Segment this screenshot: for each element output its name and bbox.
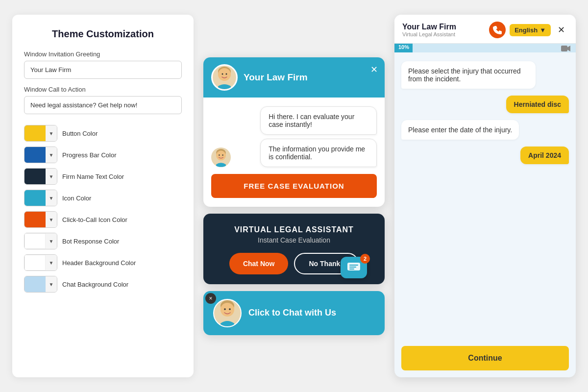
- language-label: English: [514, 26, 538, 34]
- call-color-dropdown[interactable]: ▼: [46, 212, 57, 227]
- color-rows: ▼ Button Color ▼ Progress Bar Color ▼ Fi…: [24, 125, 182, 293]
- button-color-swatch: [24, 125, 46, 141]
- bot-message-1: Please select the injury that occurred f…: [401, 61, 536, 89]
- svg-point-2: [218, 68, 231, 81]
- bot-color-label: Bot Response Color: [62, 238, 119, 245]
- banner-avatar: [213, 299, 242, 327]
- bot-avatar-small: [211, 147, 231, 167]
- chat-bg-color-label: Chat Background Color: [62, 281, 128, 288]
- chat-bg-color-swatch-wrap[interactable]: ▼: [24, 276, 57, 293]
- color-row-chat-bg: ▼ Chat Background Color: [24, 276, 182, 293]
- right-close-button[interactable]: ✕: [555, 24, 568, 36]
- color-row-button: ▼ Button Color: [24, 125, 182, 142]
- bot-color-swatch: [24, 233, 46, 249]
- language-button[interactable]: English ▼: [510, 24, 551, 36]
- bot-message-row-1: Hi there. I can evaluate your case insta…: [211, 106, 377, 167]
- color-row-icon: ▼ Icon Color: [24, 190, 182, 206]
- banner-close-button[interactable]: ×: [205, 293, 216, 304]
- user-message-1: Herniated disc: [506, 96, 569, 113]
- svg-rect-19: [561, 46, 567, 51]
- popup-firm-name: Your Law Firm: [244, 72, 308, 83]
- color-row-header-bg: ▼ Header Background Color: [24, 254, 182, 271]
- popup-close-button[interactable]: ✕: [370, 64, 378, 75]
- header-bg-color-label: Header Background Color: [62, 259, 136, 267]
- icon-color-swatch-wrap[interactable]: ▼: [24, 190, 57, 206]
- continue-button[interactable]: Continue: [401, 346, 569, 370]
- cta-input[interactable]: [24, 96, 182, 114]
- color-row-progress: ▼ Progress Bar Color: [24, 147, 182, 163]
- bot-message-2: Please enter the date of the injury.: [401, 120, 519, 140]
- progress-bar-wrap: 10%: [394, 44, 576, 52]
- svg-point-4: [226, 73, 227, 74]
- svg-point-16: [220, 303, 234, 317]
- chat-now-button[interactable]: Chat Now: [229, 253, 289, 274]
- color-row-call: ▼ Click-to-Call Icon Color: [24, 211, 182, 228]
- notification-badge: 2: [360, 254, 370, 264]
- call-color-swatch-wrap[interactable]: ▼: [24, 211, 57, 228]
- progress-label: 10%: [398, 44, 409, 50]
- chat-popup-header: Your Law Firm ✕: [203, 57, 385, 98]
- right-subtitle: Virtual Legal Assistant: [402, 31, 483, 37]
- greeting-input[interactable]: [24, 61, 182, 79]
- svg-point-3: [222, 73, 223, 74]
- firm-name-color-dropdown[interactable]: ▼: [46, 169, 57, 184]
- field2-label: Window Call to Action: [24, 86, 182, 93]
- bot-color-swatch-wrap[interactable]: ▼: [24, 233, 57, 249]
- button-color-label: Button Color: [62, 130, 98, 137]
- right-header-actions: English ▼ ✕: [489, 22, 568, 38]
- icon-color-swatch: [24, 190, 46, 206]
- chat-popup: Your Law Firm ✕ Hi there. I: [203, 57, 385, 207]
- chat-icon-wrap: 2: [341, 257, 367, 278]
- progress-color-label: Progress Bar Color: [62, 151, 117, 159]
- free-case-evaluation-button[interactable]: FREE CASE EVALUATION: [211, 174, 377, 198]
- chat-messages: Please select the injury that occurred f…: [394, 52, 576, 346]
- header-bg-color-dropdown[interactable]: ▼: [46, 255, 57, 270]
- header-bg-color-swatch: [24, 255, 46, 270]
- progress-color-swatch-wrap[interactable]: ▼: [24, 147, 57, 163]
- icon-color-label: Icon Color: [62, 195, 91, 202]
- header-bg-color-swatch-wrap[interactable]: ▼: [24, 254, 57, 271]
- svg-point-18: [229, 308, 231, 310]
- chat-icon-button[interactable]: 2: [341, 257, 367, 278]
- bot-color-dropdown[interactable]: ▼: [46, 233, 57, 249]
- user-message-2: April 2024: [520, 147, 569, 164]
- vla-title: VIRTUAL LEGAL ASSISTANT: [213, 225, 375, 234]
- chat-bg-color-swatch: [24, 276, 46, 292]
- progress-color-swatch: [24, 147, 46, 163]
- avatar: [211, 64, 238, 91]
- middle-panel: Your Law Firm ✕ Hi there. I: [203, 57, 385, 335]
- banner-text: Click to Chat with Us: [248, 308, 336, 318]
- vla-card: VIRTUAL LEGAL ASSISTANT Instant Case Eva…: [203, 214, 385, 284]
- vla-subtitle: Instant Case Evaluation: [213, 236, 375, 244]
- theme-customization-panel: Theme Customization Window Invitation Gr…: [12, 15, 194, 377]
- phone-button[interactable]: [489, 22, 506, 38]
- call-color-swatch: [24, 212, 46, 227]
- right-panel: Your Law Firm Virtual Legal Assistant En…: [394, 15, 576, 377]
- video-icon: [561, 45, 571, 53]
- chat-bg-color-dropdown[interactable]: ▼: [46, 276, 57, 292]
- button-color-swatch-wrap[interactable]: ▼: [24, 125, 57, 142]
- right-firm-name: Your Law Firm: [402, 23, 483, 31]
- panel-title: Theme Customization: [24, 28, 182, 40]
- firm-name-color-swatch: [24, 169, 46, 184]
- chevron-down-icon: ▼: [539, 26, 546, 34]
- color-row-firm-name: ▼ Firm Name Text Color: [24, 168, 182, 185]
- color-row-bot: ▼ Bot Response Color: [24, 233, 182, 249]
- call-color-label: Click-to-Call Icon Color: [62, 216, 127, 223]
- firm-name-color-label: Firm Name Text Color: [62, 173, 124, 180]
- right-header: Your Law Firm Virtual Legal Assistant En…: [394, 15, 576, 44]
- svg-point-7: [216, 150, 226, 160]
- progress-color-dropdown[interactable]: ▼: [46, 147, 57, 163]
- field1-label: Window Invitation Greeting: [24, 50, 182, 58]
- right-header-info: Your Law Firm Virtual Legal Assistant: [402, 23, 483, 37]
- chat-popup-body: Hi there. I can evaluate your case insta…: [203, 98, 385, 207]
- firm-name-color-swatch-wrap[interactable]: ▼: [24, 168, 57, 185]
- greeting-bubble-2: The information you provide me is confid…: [260, 139, 377, 167]
- icon-color-dropdown[interactable]: ▼: [46, 190, 57, 206]
- svg-point-8: [219, 154, 220, 155]
- button-color-dropdown[interactable]: ▼: [46, 125, 57, 141]
- click-chat-banner[interactable]: × Click to Chat with Us: [203, 291, 385, 335]
- svg-point-9: [222, 154, 223, 155]
- greeting-bubble-1: Hi there. I can evaluate your case insta…: [260, 106, 377, 135]
- svg-point-17: [224, 308, 226, 310]
